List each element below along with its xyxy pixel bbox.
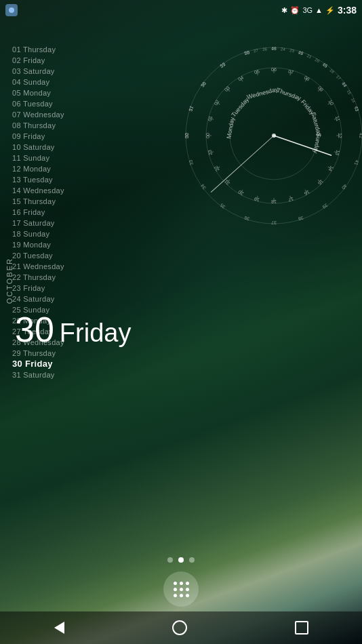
svg-text:28: 28 (244, 49, 251, 56)
calendar-day-13[interactable]: 13 Tuesday (12, 174, 64, 185)
calendar-day-18[interactable]: 18 Sunday (12, 228, 64, 239)
signal-icon: 3G (302, 6, 313, 14)
dot-1 (174, 582, 177, 585)
calendar-day-15[interactable]: 15 Thursday (12, 196, 64, 207)
svg-text:38: 38 (298, 216, 304, 222)
calendar-day-20[interactable]: 20 Tuesday (12, 250, 64, 261)
svg-text:Sunday: Sunday (312, 132, 322, 154)
calendar-day-29[interactable]: 29 Thursday (12, 348, 64, 359)
dot-6 (186, 588, 189, 591)
calendar-day-11[interactable]: 11 Sunday (12, 153, 64, 163)
svg-text:31: 31 (188, 105, 194, 112)
notification-icon (5, 4, 18, 16)
svg-text:Thursday: Thursday (276, 87, 302, 102)
alarm-icon: ⏰ (290, 6, 300, 15)
svg-text:22: 22 (298, 50, 304, 56)
app-drawer-grid (171, 579, 192, 600)
page-dot-2[interactable] (178, 557, 184, 563)
svg-text:33: 33 (188, 159, 194, 166)
today-day-number: 30 (15, 312, 54, 347)
battery-icon: ⚡ (325, 6, 335, 15)
calendar-day-19[interactable]: 19 Monday (12, 239, 64, 250)
svg-line-100 (211, 136, 274, 193)
dot-5 (180, 588, 183, 591)
calendar-day-08[interactable]: 08 Thursday (12, 120, 64, 131)
calendar-day-16[interactable]: 16 Friday (12, 207, 64, 218)
calendar-day-03[interactable]: 03 Saturday (12, 66, 64, 77)
today-date-display: 30 Friday (15, 312, 131, 348)
status-left (5, 4, 18, 16)
dot-8 (180, 594, 183, 597)
status-bar: ✱ ⏰ 3G ▲ ⚡ 3:38 (0, 0, 362, 20)
page-dot-3[interactable] (189, 557, 195, 563)
calendar-day-30[interactable]: 30 Friday (12, 359, 64, 369)
svg-text:14: 14 (350, 98, 356, 104)
calendar-day-23[interactable]: 23 Friday (12, 283, 64, 294)
svg-text:35: 35 (219, 203, 226, 209)
svg-line-99 (274, 136, 331, 155)
svg-text:39: 39 (321, 203, 329, 209)
svg-text:30: 30 (200, 81, 207, 88)
svg-text:23: 23 (289, 48, 295, 53)
calendar-day-07[interactable]: 07 Wednesday (12, 109, 64, 120)
today-day-name: Friday (60, 319, 132, 348)
calendar-day-21[interactable]: 21 Wednesday (12, 261, 64, 272)
clock-time: 3:38 (338, 5, 357, 16)
back-button[interactable] (41, 616, 78, 639)
svg-text:32: 32 (184, 133, 189, 138)
svg-text:21: 21 (306, 54, 313, 59)
svg-text:26: 26 (262, 47, 268, 52)
svg-text:Wednesday: Wednesday (246, 85, 279, 100)
svg-text:25: 25 (272, 47, 277, 51)
page-indicators (167, 557, 195, 563)
clock-widget: Monday Tuesday Wednesday Thursday Friday… (172, 34, 362, 237)
calendar-day-22[interactable]: 22 Thursday (12, 272, 64, 283)
svg-text:41: 41 (354, 159, 360, 166)
svg-text:36: 36 (243, 216, 250, 222)
dot-2 (180, 582, 183, 585)
calendar-day-14[interactable]: 14 Wednesday (12, 185, 64, 196)
svg-point-0 (9, 7, 14, 13)
month-label: OCTOBER (5, 258, 14, 304)
calendar-day-10[interactable]: 10 Saturday (12, 142, 64, 153)
home-icon (172, 620, 187, 635)
calendar-day-05[interactable]: 05 Monday (12, 87, 64, 98)
dot-7 (174, 594, 177, 597)
wifi-icon: ▲ (315, 6, 323, 14)
calendar-day-12[interactable]: 12 Monday (12, 163, 64, 174)
svg-text:17: 17 (336, 75, 342, 81)
svg-text:40: 40 (341, 183, 348, 190)
svg-text:18: 18 (329, 68, 335, 74)
app-drawer-button[interactable] (163, 571, 199, 607)
svg-text:20: 20 (315, 58, 321, 64)
navigation-bar (0, 611, 362, 644)
svg-text:15: 15 (346, 89, 353, 96)
status-right: ✱ ⏰ 3G ▲ ⚡ 3:38 (281, 5, 357, 16)
svg-text:Monday: Monday (225, 117, 235, 140)
dot-4 (174, 588, 177, 591)
dot-3 (186, 582, 189, 585)
home-button[interactable] (159, 615, 201, 641)
recents-button[interactable] (281, 616, 322, 640)
calendar-day-02[interactable]: 02 Friday (12, 55, 64, 66)
calendar-day-09[interactable]: 09 Friday (12, 131, 64, 142)
page-dot-1[interactable] (167, 557, 173, 563)
calendar-day-04[interactable]: 04 Sunday (12, 77, 64, 87)
clock-svg: Monday Tuesday Wednesday Thursday Friday… (172, 34, 362, 237)
svg-point-101 (272, 134, 276, 138)
dot-9 (186, 594, 189, 597)
svg-text:37: 37 (271, 220, 277, 225)
calendar-day-06[interactable]: 06 Tuesday (12, 98, 64, 109)
svg-text:34: 34 (200, 183, 207, 190)
calendar-day-31[interactable]: 31 Saturday (12, 369, 64, 380)
back-icon (54, 622, 64, 634)
recents-icon (295, 621, 308, 635)
calendar-day-24[interactable]: 24 Saturday (12, 294, 64, 304)
calendar-day-17[interactable]: 17 Saturday (12, 218, 64, 228)
bluetooth-icon: ✱ (281, 6, 287, 15)
svg-text:29: 29 (219, 62, 226, 68)
svg-text:24: 24 (281, 47, 286, 52)
calendar-day-01[interactable]: 01 Thursday (12, 44, 64, 55)
svg-text:42: 42 (359, 133, 362, 138)
